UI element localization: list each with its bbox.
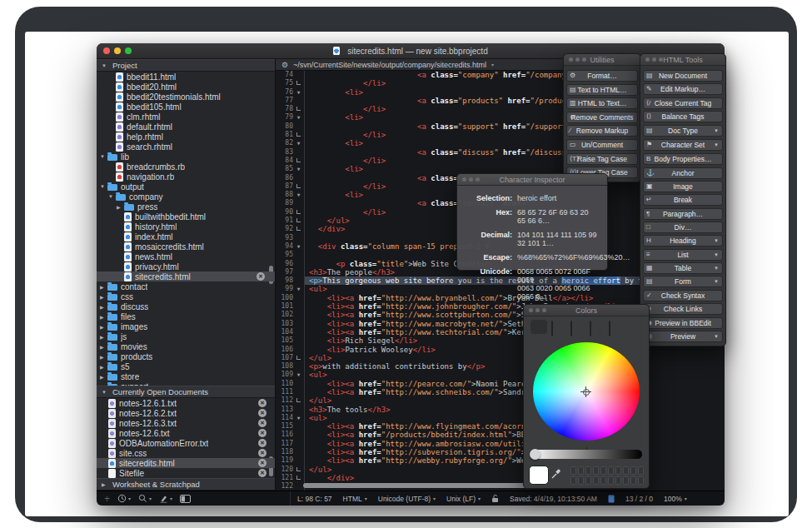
- tree-item[interactable]: breadcrumbs.rb: [97, 162, 275, 172]
- palette-button[interactable]: ▤New Document: [643, 70, 723, 82]
- fold-open-icon[interactable]: ▼: [293, 139, 304, 147]
- disclosure-closed-icon[interactable]: ▶: [100, 344, 107, 350]
- fold-open-icon[interactable]: ▼: [293, 285, 304, 293]
- lock-icon[interactable]: [491, 494, 499, 503]
- panel-icon[interactable]: [180, 495, 191, 503]
- tree-item[interactable]: sitecredits.html✕: [97, 271, 275, 281]
- disclosure-closed-icon[interactable]: ▶: [100, 294, 107, 300]
- swatch-cell[interactable]: [623, 476, 629, 485]
- tree-item[interactable]: bbedit20testimonials.html: [97, 92, 275, 102]
- disclosure-closed-icon[interactable]: ▶: [100, 364, 107, 370]
- palette-button[interactable]: ▥HTML to Text…: [566, 97, 638, 109]
- tree-item[interactable]: ▶store: [97, 371, 275, 381]
- disclosure-open-icon[interactable]: ▼: [100, 184, 107, 189]
- tree-item[interactable]: ▶support: [97, 381, 275, 386]
- palette-button[interactable]: ⚓Anchor: [643, 167, 723, 179]
- project-list[interactable]: bbedit11.htmlbbedit20.htmlbbedit20testim…: [97, 72, 275, 386]
- tree-item[interactable]: clm.rhtml: [97, 112, 275, 122]
- fold-open-icon[interactable]: ▼: [293, 88, 304, 97]
- tree-item[interactable]: ▶movies: [97, 341, 275, 351]
- tree-item[interactable]: default.rhtml: [97, 122, 275, 132]
- source-text[interactable]: <li><a href="/products/bbedit/index.html…: [304, 431, 725, 439]
- colors-mode-wheel-icon[interactable]: [532, 321, 545, 332]
- tree-item[interactable]: ▶s5: [97, 361, 275, 371]
- tree-item[interactable]: builtwithbbedit.html: [97, 212, 275, 222]
- tree-item[interactable]: ▶files: [97, 311, 275, 321]
- open-document-item[interactable]: notes-12.6.3.txt✕: [97, 418, 275, 428]
- close-icon[interactable]: ✕: [258, 419, 267, 427]
- utilities-titlebar[interactable]: Utilities: [564, 54, 640, 66]
- status-item[interactable]: 100%▾: [664, 495, 687, 503]
- close-icon[interactable]: ✕: [258, 439, 267, 447]
- fold-open-icon[interactable]: ▼: [293, 371, 304, 379]
- disclosure-closed-icon[interactable]: ▶: [100, 354, 107, 360]
- source-text[interactable]: <li><a href="http://www.schneibs.com/">S…: [304, 388, 725, 396]
- colors-mode-sliders-icon[interactable]: [551, 321, 565, 332]
- palette-button[interactable]: BBody Properties…: [643, 153, 723, 165]
- swatch-cell[interactable]: [615, 466, 621, 475]
- fold-open-icon[interactable]: ▼: [293, 242, 304, 251]
- palette-button[interactable]: ▤Doc Type▼: [643, 125, 723, 137]
- swatch-cell[interactable]: [570, 466, 576, 475]
- swatch-cell[interactable]: [585, 466, 591, 475]
- tree-item[interactable]: ▼output: [97, 182, 275, 192]
- current-color-well[interactable]: [529, 466, 549, 485]
- source-text[interactable]: <li><a href="http://subversion.tigris.or…: [304, 448, 725, 456]
- swatch-cell[interactable]: [578, 476, 584, 485]
- tree-item[interactable]: history.html: [97, 222, 275, 232]
- close-icon[interactable]: ✕: [258, 409, 267, 417]
- open-document-item[interactable]: notes-12.6.1.txt✕: [97, 398, 275, 408]
- disclosure-closed-icon[interactable]: ▶: [100, 284, 107, 290]
- tree-item[interactable]: index.html: [97, 232, 275, 242]
- palette-button[interactable]: □Div…: [643, 222, 723, 233]
- swatch-cell[interactable]: [608, 466, 614, 475]
- swatch-cell[interactable]: [600, 476, 606, 485]
- palette-button[interactable]: ⟨/Close Current Tag: [643, 97, 723, 109]
- source-text[interactable]: <li><a href="http://pearce.com/">Naomi P…: [304, 380, 725, 388]
- tree-item[interactable]: ▼company: [97, 192, 275, 202]
- status-item[interactable]: HTML▾: [343, 495, 367, 503]
- palette-button[interactable]: ◉Preview in BBEdit: [643, 317, 723, 329]
- marker-icon[interactable]: ▾: [159, 494, 172, 503]
- character-inspector-titlebar[interactable]: Character Inspector: [457, 174, 607, 186]
- palette-button[interactable]: ▭Un/Comment: [566, 139, 638, 151]
- swatch-cell[interactable]: [600, 466, 606, 475]
- source-text[interactable]: </ul>: [304, 354, 725, 362]
- disclosure-closed-icon[interactable]: ▶: [100, 334, 107, 340]
- project-header[interactable]: ▼ Project: [97, 59, 275, 72]
- tree-item[interactable]: bbedit20.html: [97, 82, 275, 92]
- status-item[interactable]: Unix (LF)▾: [446, 495, 481, 503]
- swatch-grid[interactable]: [570, 466, 644, 485]
- tree-item[interactable]: ▶css: [97, 291, 275, 301]
- plus-icon[interactable]: +: [104, 495, 110, 503]
- tree-item[interactable]: ▼lib: [97, 152, 275, 162]
- tree-item[interactable]: bbedit105.html: [97, 102, 275, 112]
- tree-item[interactable]: search.rhtml: [97, 142, 275, 152]
- source-text[interactable]: <li><a href="http://www.ambrosiasw.com/u…: [304, 440, 725, 448]
- palette-button[interactable]: ¶Paragraph…: [643, 208, 723, 220]
- palette-button[interactable]: ∕Remove Markup: [566, 125, 638, 137]
- swatch-cell[interactable]: [578, 466, 584, 475]
- palette-button[interactable]: ⟨⟩Balance Tags: [643, 111, 723, 122]
- tree-item[interactable]: ▶products: [97, 351, 275, 361]
- disclosure-closed-icon[interactable]: ▶: [100, 324, 107, 330]
- swatch-cell[interactable]: [630, 466, 636, 475]
- close-icon[interactable]: ✕: [258, 449, 267, 457]
- swatch-cell[interactable]: [608, 476, 614, 485]
- close-icon[interactable]: ✕: [258, 469, 267, 477]
- close-icon[interactable]: ✕: [258, 399, 267, 407]
- close-icon[interactable]: ✕: [258, 429, 267, 437]
- tree-item[interactable]: news.html: [97, 252, 275, 262]
- disclosure-closed-icon[interactable]: ▶: [100, 314, 107, 320]
- fold-open-icon[interactable]: ▼: [293, 113, 304, 122]
- colors-mode-pencils-icon[interactable]: [609, 321, 622, 332]
- swatch-cell[interactable]: [638, 466, 644, 475]
- disclosure-open-icon[interactable]: ▼: [108, 194, 116, 199]
- palette-button[interactable]: ▤Text to HTML…: [566, 84, 638, 96]
- palette-button[interactable]: HHeading▼: [643, 235, 723, 247]
- colors-mode-img-icon[interactable]: [590, 321, 603, 332]
- slider-knob[interactable]: [530, 449, 541, 460]
- swatch-cell[interactable]: [593, 466, 599, 475]
- palette-button[interactable]: ⊘Remove Comments: [566, 112, 638, 123]
- close-icon[interactable]: ✕: [257, 272, 265, 281]
